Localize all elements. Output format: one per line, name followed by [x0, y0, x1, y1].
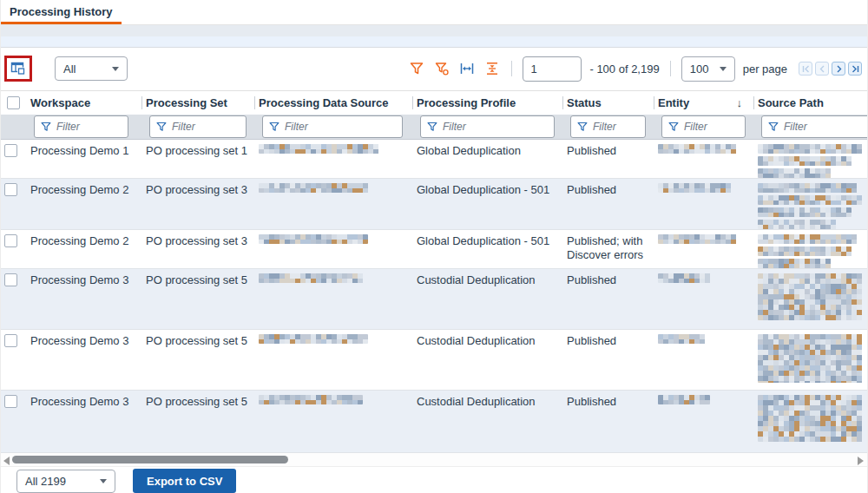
column-header-processing-profile[interactable]: Processing Profile [413, 91, 563, 115]
cell-workspace: Processing Demo 3 [27, 391, 142, 409]
export-to-csv-button[interactable]: Export to CSV [133, 469, 236, 493]
filter-funnel-icon [427, 122, 437, 132]
filter-funnel-icon [156, 122, 167, 132]
first-page-icon[interactable] [799, 62, 812, 76]
filter-icon[interactable] [408, 60, 425, 77]
cell-entity [654, 269, 754, 283]
item-list-layout-icon[interactable] [10, 60, 27, 77]
toolbar-separator [511, 61, 512, 76]
column-header-processing-set[interactable]: Processing Set [142, 91, 255, 115]
cell-entity [654, 179, 754, 193]
scrollbar-thumb[interactable] [12, 456, 288, 463]
export-scope-value: All 2199 [25, 475, 66, 488]
redacted-entity [658, 273, 713, 283]
source-path-filter-input[interactable]: Filter [761, 115, 867, 138]
cell-workspace: Processing Demo 3 [27, 330, 142, 348]
cell-source-path [754, 269, 868, 320]
cell-processing-data-source [255, 269, 413, 283]
header-strip [1, 25, 867, 36]
horizontal-scrollbar [1, 453, 867, 467]
redacted-data-source [259, 273, 365, 283]
cell-status: Published [563, 391, 654, 409]
processing-data-source-filter-input[interactable]: Filter [262, 115, 403, 138]
row-checkbox[interactable] [4, 395, 17, 408]
filter-funnel-icon [668, 122, 679, 132]
cell-processing-profile: Custodial Deduplication [413, 391, 563, 409]
tab-processing-history[interactable]: Processing History [1, 0, 122, 24]
previous-page-icon[interactable] [815, 62, 829, 76]
select-all-cell [1, 91, 27, 115]
cell-processing-profile: Custodial Deduplication [413, 269, 563, 287]
entity-filter-input[interactable]: Filter [661, 115, 746, 138]
cell-source-path [754, 140, 868, 178]
cell-status: Published [563, 140, 654, 158]
next-page-icon[interactable] [832, 62, 845, 76]
column-header-status[interactable]: Status [563, 91, 654, 115]
cell-status: Published [563, 269, 654, 287]
table-row: Processing Demo 3 PO processing set 5 Cu… [1, 330, 867, 391]
cell-source-path [754, 230, 867, 268]
column-header-entity[interactable]: Entity↓ [654, 91, 754, 115]
cell-entity [654, 140, 754, 154]
pager [799, 62, 862, 76]
cell-entity [654, 330, 754, 344]
page-size-dropdown[interactable]: 100 [681, 56, 735, 82]
filter-funnel-icon [41, 122, 51, 132]
fit-column-width-icon[interactable] [458, 60, 476, 77]
workspace-filter-input[interactable]: Filter [34, 115, 128, 138]
fit-row-height-icon[interactable] [483, 60, 501, 77]
view-dropdown[interactable]: All [55, 56, 128, 81]
row-checkbox[interactable] [4, 183, 17, 196]
cell-processing-set: PO processing set 5 [142, 269, 255, 287]
cell-processing-profile: Custodial Deduplication [413, 330, 563, 348]
table-body: Processing Demo 1 PO processing set 1 Gl… [1, 140, 867, 453]
column-header-processing-data-source[interactable]: Processing Data Source [255, 91, 413, 115]
column-header-source-path[interactable]: Source Path [754, 91, 867, 115]
chevron-down-icon [112, 67, 119, 71]
redacted-entity [658, 334, 707, 344]
export-scope-dropdown[interactable]: All 2199 [16, 470, 115, 493]
cell-workspace: Processing Demo 3 [27, 269, 142, 287]
redacted-entity [658, 144, 738, 154]
processing-set-filter-input[interactable]: Filter [149, 115, 247, 138]
row-checkbox[interactable] [4, 334, 17, 347]
status-filter-input[interactable]: Filter [570, 115, 646, 138]
cell-processing-set: PO processing set 5 [142, 330, 255, 348]
page-start-input[interactable] [523, 56, 582, 82]
select-all-checkbox[interactable] [7, 96, 20, 109]
redacted-data-source [259, 234, 368, 244]
redacted-source-path [758, 334, 865, 383]
processing-history-page: Processing History All [0, 0, 868, 493]
chevron-down-icon [720, 67, 727, 71]
cell-processing-data-source [255, 330, 413, 344]
cell-processing-data-source [255, 140, 413, 154]
cell-source-path [754, 330, 868, 383]
redacted-data-source [259, 395, 363, 404]
column-header-workspace[interactable]: Workspace [27, 91, 142, 115]
cell-processing-data-source [255, 179, 413, 193]
filter-row: Filter Filter Filter Filter Filter Filte… [1, 115, 867, 141]
redacted-source-path [758, 183, 865, 229]
cell-processing-profile: Global Deduplication [413, 140, 563, 158]
scroll-right-icon[interactable] [858, 457, 864, 465]
cell-processing-profile: Global Deduplication - 501 [413, 230, 563, 248]
cell-status: Published [563, 330, 654, 348]
table-row: Processing Demo 3 PO processing set 5 Cu… [1, 391, 867, 453]
table-row: Processing Demo 3 PO processing set 5 Cu… [1, 269, 867, 330]
cell-workspace: Processing Demo 2 [27, 179, 142, 197]
header-strip-2 [1, 36, 867, 48]
row-checkbox[interactable] [4, 273, 17, 286]
redacted-data-source [259, 183, 370, 193]
last-page-icon[interactable] [848, 62, 862, 76]
scroll-left-icon[interactable] [3, 457, 10, 465]
clear-filter-icon[interactable] [433, 60, 450, 77]
processing-profile-filter-input[interactable]: Filter [420, 115, 555, 138]
redacted-data-source [259, 334, 368, 344]
cell-processing-set: PO processing set 5 [142, 391, 255, 409]
highlight-annotation [4, 56, 32, 82]
row-checkbox[interactable] [4, 234, 17, 247]
row-checkbox[interactable] [4, 144, 17, 157]
cell-workspace: Processing Demo 1 [27, 140, 142, 158]
cell-source-path [754, 179, 868, 229]
redacted-entity [658, 395, 710, 404]
